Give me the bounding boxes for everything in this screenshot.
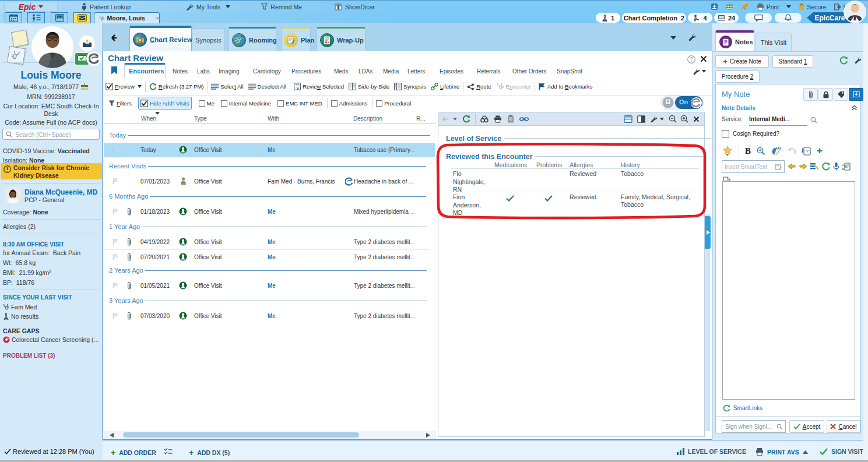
svg-text:?: ? [806, 149, 809, 154]
svg-text:?: ? [690, 57, 693, 63]
